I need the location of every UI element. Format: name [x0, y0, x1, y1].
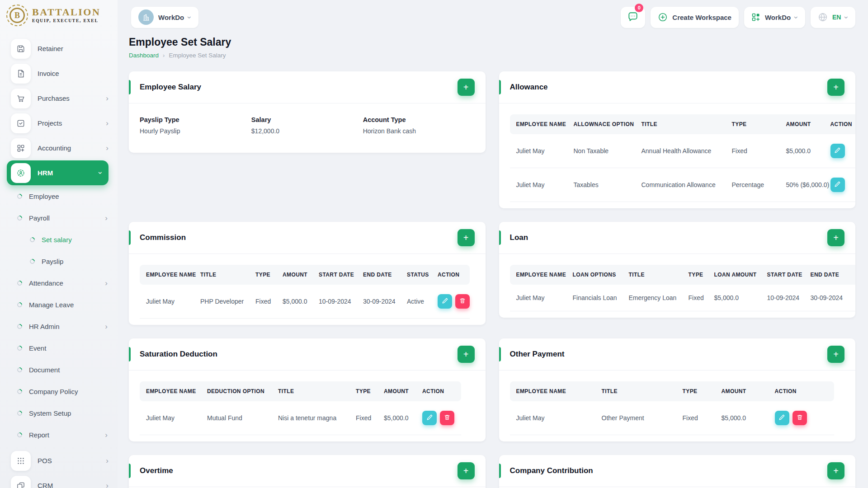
workdo-menu-button[interactable]: WorkDo	[744, 7, 805, 28]
allowance-table: EMPLOYEE NAMEALLOWNACE OPTIONTITLETYPEAM…	[510, 114, 856, 202]
table-cell: Juliet May	[510, 401, 595, 435]
building-icon	[138, 9, 154, 25]
card-title: Employee Salary	[140, 83, 201, 92]
company-contribution-card: Company Contribution	[499, 455, 856, 488]
field-value: $12,000.0	[251, 127, 363, 135]
plus-circle-icon	[658, 12, 668, 22]
edit-button[interactable]	[438, 294, 452, 309]
column-header: AMOUNT	[377, 381, 416, 401]
row-actions	[769, 401, 834, 435]
tasks-icon	[11, 113, 31, 133]
card-title: Overtime	[140, 466, 173, 475]
brand-name: BATTALION	[32, 7, 100, 17]
sidebar-item-company-policy[interactable]: Company Policy	[0, 380, 118, 402]
language-selector[interactable]: EN	[811, 7, 855, 28]
brand-logo: B BATTALION EQUIP, EXECUTE, EXEL	[0, 0, 118, 30]
column-header: EMPLOYEE NAME	[140, 381, 201, 401]
table-cell: Fixed	[682, 285, 708, 311]
sidebar-item-attendance[interactable]: Attendance	[0, 272, 118, 294]
pencil-icon	[778, 414, 785, 422]
add-other-payment-button[interactable]	[827, 346, 844, 363]
sidebar-item-retainer[interactable]: Retainer	[0, 36, 118, 61]
edit-button[interactable]	[775, 411, 789, 425]
sidebar-item-projects[interactable]: Projects	[0, 111, 118, 136]
table-row: Juliet MayTaxablesCommunication Allowanc…	[510, 168, 856, 202]
workspace-selector[interactable]: WorkDo	[131, 7, 198, 28]
table-cell: Active	[401, 285, 431, 319]
sidebar-item-label: HRM	[38, 169, 93, 177]
commission-card: Commission EMPLOYEE NAMETITLETYPEAMOUNTS…	[129, 222, 486, 325]
card-header: Saturation Deduction	[129, 338, 486, 371]
messages-button[interactable]: 0	[621, 7, 645, 28]
column-header: AMOUNT	[780, 114, 824, 134]
table-row: Juliet MayMutual FundNisi a tenetur magn…	[140, 401, 461, 435]
bullet-icon	[16, 192, 23, 199]
column-header: STATUS	[401, 265, 431, 285]
sidebar-item-invoice[interactable]: Invoice	[0, 61, 118, 86]
edit-button[interactable]	[830, 144, 845, 158]
bullet-icon	[16, 301, 23, 308]
chevron-down-icon	[793, 16, 801, 19]
sidebar-item-system-setup[interactable]: System Setup	[0, 402, 118, 424]
app-root: B BATTALION EQUIP, EXECUTE, EXEL Retaine…	[0, 0, 868, 488]
chevron-right-icon	[106, 94, 108, 102]
bullet-icon	[16, 279, 23, 286]
delete-button[interactable]	[455, 294, 470, 309]
table-container: EMPLOYEE NAMETITLETYPEAMOUNTACTIONJuliet…	[499, 371, 856, 441]
create-workspace-label: Create Workspace	[672, 14, 731, 21]
column-header: EMPLOYEE NAME	[510, 114, 567, 134]
sidebar-item-manage-leave[interactable]: Manage Leave	[0, 294, 118, 315]
sidebar-item-accounting[interactable]: Accounting	[0, 136, 118, 160]
edit-button[interactable]	[830, 178, 845, 192]
add-saturation-deduction-button[interactable]	[458, 346, 475, 363]
workdo-menu-label: WorkDo	[765, 14, 791, 21]
sidebar-item-pos[interactable]: POS	[0, 448, 118, 473]
column-header: ACTION	[769, 381, 834, 401]
brand-emblem-letter: B	[9, 8, 25, 23]
column-header: EMPLOYEE NAME	[140, 265, 194, 285]
column-header: ACTION	[431, 265, 470, 285]
chevron-right-icon	[106, 482, 108, 488]
sidebar-item-label: Purchases	[38, 94, 99, 102]
table-container: EMPLOYEE NAMEDEDUCTION OPTIONTITLETYPEAM…	[129, 371, 486, 441]
delete-button[interactable]	[440, 411, 454, 425]
column-header: EMPLOYEE NAME	[510, 265, 566, 285]
sidebar-item-payroll[interactable]: Payroll	[0, 207, 118, 229]
add-company-contribution-button[interactable]	[827, 462, 844, 479]
chevron-right-icon	[105, 431, 108, 439]
sidebar-item-purchases[interactable]: Purchases	[0, 86, 118, 111]
brand-tagline: EQUIP, EXECUTE, EXEL	[32, 19, 100, 23]
field-label: Payslip Type	[140, 116, 251, 123]
employee-salary-card: Employee Salary Payslip TypeHourly Paysl…	[129, 71, 486, 153]
breadcrumb-dashboard-link[interactable]: Dashboard	[129, 52, 159, 59]
sidebar-nav: RetainerInvoicePurchasesProjectsAccounti…	[0, 30, 118, 488]
card-header: Other Payment	[499, 338, 856, 371]
sidebar-item-report[interactable]: Report	[0, 424, 118, 446]
add-employee-salary-button[interactable]	[458, 79, 475, 96]
sidebar-item-set-salary[interactable]: Set salary	[0, 229, 118, 250]
floppy-icon	[11, 39, 31, 59]
sidebar-item-hr-admin[interactable]: HR Admin	[0, 315, 118, 337]
delete-button[interactable]	[793, 411, 807, 425]
field: Account TypeHorizon Bank cash	[363, 116, 475, 135]
create-workspace-button[interactable]: Create Workspace	[651, 7, 739, 28]
sidebar-item-crm[interactable]: CRM	[0, 473, 118, 488]
add-allowance-button[interactable]	[827, 79, 844, 96]
table-cell: $5,000.0	[708, 285, 761, 311]
add-overtime-button[interactable]	[458, 462, 475, 479]
hrm-icon	[11, 163, 31, 183]
sidebar-item-document[interactable]: Document	[0, 359, 118, 380]
sidebar-item-event[interactable]: Event	[0, 337, 118, 359]
column-header: TITLE	[623, 265, 682, 285]
sidebar-item-hrm[interactable]: HRM	[7, 160, 108, 185]
edit-button[interactable]	[422, 411, 437, 425]
crm-icon	[11, 476, 31, 488]
add-commission-button[interactable]	[458, 229, 475, 246]
field-label: Salary	[251, 116, 363, 123]
sidebar-item-employee[interactable]: Employee	[0, 185, 118, 207]
table-cell: Emergency Loan	[623, 285, 682, 311]
column-header: TYPE	[726, 114, 780, 134]
column-header: DEDUCTION OPTION	[201, 381, 272, 401]
add-loan-button[interactable]	[827, 229, 844, 246]
sidebar-item-payslip[interactable]: Payslip	[0, 250, 118, 272]
